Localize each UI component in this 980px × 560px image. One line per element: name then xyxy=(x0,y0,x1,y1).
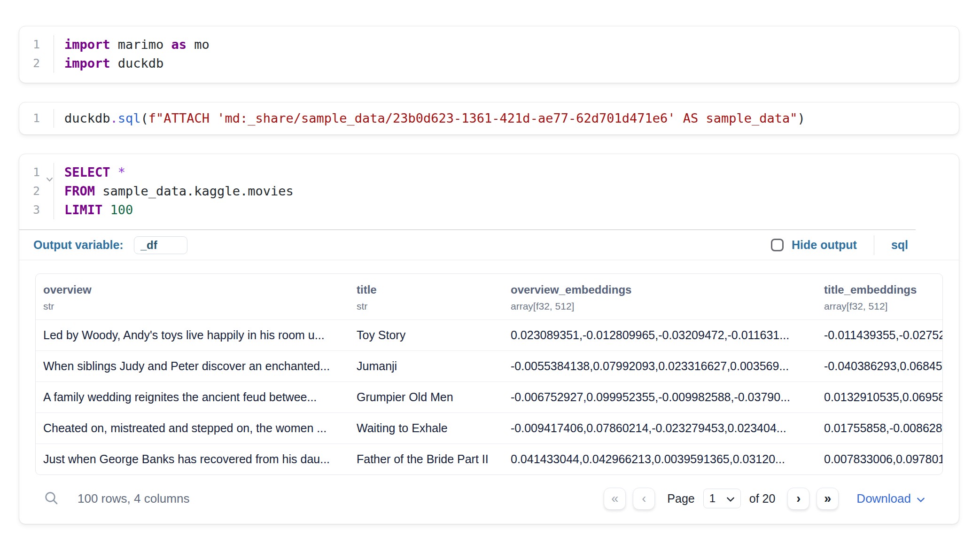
cell-title: Grumpier Old Men xyxy=(349,390,503,404)
hide-output-label[interactable]: Hide output xyxy=(792,238,857,252)
code-lines: import marimo as mo import duckdb xyxy=(54,35,210,73)
table-row[interactable]: A family wedding reignites the ancient f… xyxy=(36,381,942,412)
line-number-gutter: 1 2 3 xyxy=(19,163,54,219)
output-variable-label: Output variable: xyxy=(33,238,124,252)
cell-title-embeddings: -0.011439355,-0.027525 xyxy=(817,328,942,342)
code-cell-imports: 1 2 import marimo as mo import duckdb xyxy=(19,26,959,83)
cell-title: Jumanji xyxy=(349,359,503,373)
code-token-dot: . xyxy=(110,111,118,125)
output-config-bar: Output variable: Hide output sql xyxy=(19,230,959,260)
code-token-text: marimo xyxy=(110,37,171,52)
code-token-number: 100 xyxy=(110,202,133,217)
first-page-icon: « xyxy=(611,491,618,506)
first-page-button[interactable]: « xyxy=(604,488,626,510)
last-page-icon: » xyxy=(824,491,831,506)
hide-output-checkbox[interactable] xyxy=(771,239,784,251)
code-line: import marimo as mo xyxy=(64,35,210,54)
table-footer: 100 rows, 4 columns « ‹ Page 1 of 20 › »… xyxy=(35,475,943,522)
line-number: 3 xyxy=(19,201,54,219)
result-table: overview str title str overview_embeddin… xyxy=(35,273,943,475)
chevron-left-icon: ‹ xyxy=(642,491,646,506)
cell-title-embeddings: 0.007833006,0.097801 xyxy=(817,452,942,466)
page-label: Page xyxy=(667,492,694,506)
code-token-text: mo xyxy=(187,37,210,52)
page-total-label: of 20 xyxy=(749,492,776,506)
code-token-keyword: FROM xyxy=(64,184,95,198)
cell-title: Father of the Bride Part II xyxy=(349,452,503,466)
cell-title: Toy Story xyxy=(349,328,503,342)
table-row[interactable]: Led by Woody, Andy's toys live happily i… xyxy=(36,319,942,350)
sql-cell: 1 2 3 SELECT * FROM sample_data.kaggle.m… xyxy=(19,154,959,524)
notebook-page: 1 2 import marimo as mo import duckdb 1 … xyxy=(0,0,980,524)
cell-overview: A family wedding reignites the ancient f… xyxy=(36,390,349,404)
column-type: str xyxy=(43,301,342,312)
cell-overview: Led by Woody, Andy's toys live happily i… xyxy=(36,328,349,342)
code-editor[interactable]: 1 2 3 SELECT * FROM sample_data.kaggle.m… xyxy=(19,154,959,229)
page-select[interactable]: 1 xyxy=(703,489,741,508)
cell-output: overview str title str overview_embeddin… xyxy=(19,260,959,524)
column-name: title xyxy=(357,283,496,296)
line-number: 1 xyxy=(19,163,54,182)
column-type: str xyxy=(357,301,496,312)
cell-title: Waiting to Exhale xyxy=(349,421,503,435)
code-token-keyword: import xyxy=(64,56,110,70)
cell-overview-embeddings: -0.006752927,0.099952355,-0.009982588,-0… xyxy=(503,390,817,404)
cell-title-embeddings: 0.0132910535,0.06958 xyxy=(817,390,942,404)
column-type: array[f32, 512] xyxy=(824,301,935,312)
code-line: import duckdb xyxy=(64,54,210,73)
previous-page-button[interactable]: ‹ xyxy=(633,488,655,510)
line-number: 1 xyxy=(19,35,54,54)
cell-title-embeddings: 0.01755858,-0.0086286 xyxy=(817,421,942,435)
code-token-paren: ( xyxy=(141,111,148,125)
table-header-row: overview str title str overview_embeddin… xyxy=(36,274,942,319)
pagination: « ‹ Page 1 of 20 › » Download xyxy=(604,488,933,510)
column-header-overview-embeddings[interactable]: overview_embeddings array[f32, 512] xyxy=(503,274,817,319)
code-line: LIMIT 100 xyxy=(64,201,294,219)
column-header-title-embeddings[interactable]: title_embeddings array[f32, 512] xyxy=(817,274,942,319)
download-menu[interactable]: Download xyxy=(856,491,925,506)
code-token-paren: ) xyxy=(798,111,805,125)
cell-overview: Just when George Banks has recovered fro… xyxy=(36,452,349,466)
row-count-summary: 100 rows, 4 columns xyxy=(78,491,189,506)
line-number: 1 xyxy=(19,109,54,128)
column-header-overview[interactable]: overview str xyxy=(36,274,349,319)
code-line: duckdb.sql(f"ATTACH 'md:_share/sample_da… xyxy=(64,109,805,128)
table-row[interactable]: When siblings Judy and Peter discover an… xyxy=(36,350,942,381)
output-variable-input[interactable] xyxy=(134,236,187,254)
cell-overview: Cheated on, mistreated and stepped on, t… xyxy=(36,421,349,435)
language-badge[interactable]: sql xyxy=(891,238,908,252)
code-token-star: * xyxy=(118,165,125,179)
code-token-keyword: LIMIT xyxy=(64,202,110,217)
line-number: 2 xyxy=(19,54,54,73)
column-type: array[f32, 512] xyxy=(511,301,809,312)
cell-overview: When siblings Judy and Peter discover an… xyxy=(36,359,349,373)
line-number: 2 xyxy=(19,182,54,201)
code-editor[interactable]: 1 2 import marimo as mo import duckdb xyxy=(19,26,959,83)
code-token-keyword: as xyxy=(171,37,187,52)
code-editor[interactable]: 1 duckdb.sql(f"ATTACH 'md:_share/sample_… xyxy=(19,102,959,134)
code-cell-attach: 1 duckdb.sql(f"ATTACH 'md:_share/sample_… xyxy=(19,102,959,135)
cell-overview-embeddings: 0.023089351,-0.012809965,-0.03209472,-0.… xyxy=(503,328,817,342)
search-button[interactable] xyxy=(44,490,59,507)
next-page-button[interactable]: › xyxy=(787,488,809,510)
code-token-text: duckdb xyxy=(110,56,164,70)
table-row[interactable]: Cheated on, mistreated and stepped on, t… xyxy=(36,412,942,443)
cell-overview-embeddings: -0.009417406,0.07860214,-0.023279453,0.0… xyxy=(503,421,817,435)
page-select-value: 1 xyxy=(709,492,716,505)
table-row[interactable]: Just when George Banks has recovered fro… xyxy=(36,443,942,474)
chevron-down-icon xyxy=(917,491,925,506)
chevron-right-icon: › xyxy=(796,491,801,506)
chevron-down-icon xyxy=(726,492,735,505)
code-token-variable: duckdb xyxy=(64,111,110,125)
last-page-button[interactable]: » xyxy=(817,488,839,510)
line-number-text: 1 xyxy=(33,165,40,179)
code-token-keyword: import xyxy=(64,37,110,52)
code-token-keyword: SELECT xyxy=(64,165,118,179)
cell-title-embeddings: -0.040386293,0.068451 xyxy=(817,359,942,373)
code-lines: SELECT * FROM sample_data.kaggle.movies … xyxy=(54,163,294,219)
cell-overview-embeddings: -0.0055384138,0.07992093,0.023316627,0.0… xyxy=(503,359,817,373)
line-number-gutter: 1 2 xyxy=(19,35,54,73)
code-token-function: sql xyxy=(118,111,141,125)
code-token-string: f"ATTACH 'md:_share/sample_data/23b0d623… xyxy=(148,111,798,125)
column-header-title[interactable]: title str xyxy=(349,274,503,319)
